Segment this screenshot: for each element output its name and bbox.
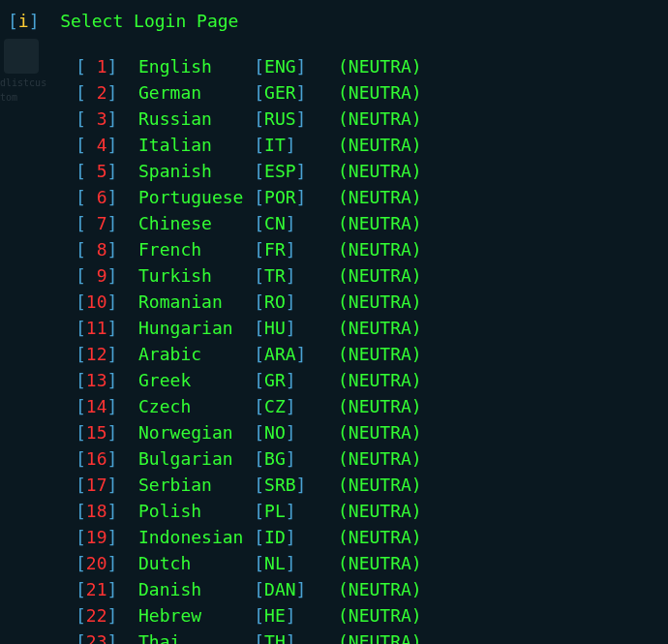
bracket-open-icon: [ <box>254 82 264 103</box>
bracket-open-icon: [ <box>254 265 264 286</box>
menu-item-code: [CN] <box>254 213 295 233</box>
menu-item-index: 4 <box>86 132 107 158</box>
menu-item[interactable]: [4] Italian [IT] (NEUTRA) <box>76 132 668 158</box>
menu-item[interactable]: [18] Polish [PL] (NEUTRA) <box>76 498 668 524</box>
menu-item[interactable]: [2] German [GER] (NEUTRA) <box>76 79 668 106</box>
menu-item-code: [NO] <box>254 422 295 443</box>
menu-item[interactable]: [21] Danish [DAN] (NEUTRA) <box>76 576 668 602</box>
bracket-open-icon: [ <box>76 579 86 599</box>
bracket-close-icon: ] <box>286 239 296 260</box>
menu-item-code: [HE] <box>254 605 295 626</box>
menu-item[interactable]: [6] Portuguese [POR] (NEUTRA) <box>76 184 668 210</box>
menu-item-index: 9 <box>86 262 107 289</box>
menu-item-index: 15 <box>86 419 107 445</box>
menu-item-index: 10 <box>86 289 107 315</box>
bracket-close-icon: ] <box>107 475 118 495</box>
bracket-close-icon: ] <box>107 553 118 573</box>
bracket-close-icon: ] <box>107 108 118 129</box>
menu-item[interactable]: [22] Hebrew [HE] (NEUTRA) <box>76 602 668 629</box>
bracket-open-icon: [ <box>254 553 264 573</box>
bracket-open-icon: [ <box>76 161 86 181</box>
menu-item[interactable]: [23] Thai [TH] (NEUTRA) <box>76 629 668 644</box>
bracket-open-icon: [ <box>8 11 18 31</box>
menu-item[interactable]: [7] Chinese [CN] (NEUTRA) <box>76 210 668 236</box>
menu-item[interactable]: [19] Indonesian [ID] (NEUTRA) <box>76 524 668 550</box>
bracket-open-icon: [ <box>254 448 264 469</box>
menu-item[interactable]: [3] Russian [RUS] (NEUTRA) <box>76 106 668 132</box>
menu-item-name: Hungarian <box>128 315 254 341</box>
menu-item-index: 19 <box>86 524 107 550</box>
menu-item[interactable]: [14] Czech [CZ] (NEUTRA) <box>76 393 668 419</box>
menu-item-desc: (NEUTRA) <box>338 448 422 469</box>
menu-item-code: [ID] <box>254 527 295 547</box>
bracket-close-icon: ] <box>286 396 296 416</box>
menu-item-code: [POR] <box>254 187 306 207</box>
bracket-open-icon: [ <box>76 135 86 155</box>
menu-item[interactable]: [16] Bulgarian [BG] (NEUTRA) <box>76 445 668 472</box>
bracket-open-icon: [ <box>254 422 264 443</box>
bracket-open-icon: [ <box>76 265 86 286</box>
bracket-close-icon: ] <box>286 422 296 443</box>
bracket-close-icon: ] <box>296 344 307 364</box>
menu-item-name: Czech <box>128 393 254 419</box>
menu-item[interactable]: [13] Greek [GR] (NEUTRA) <box>76 367 668 393</box>
bracket-open-icon: [ <box>76 318 86 338</box>
menu-item-name: Greek <box>128 367 254 393</box>
menu-item[interactable]: [1] English [ENG] (NEUTRA) <box>76 53 668 79</box>
bracket-close-icon: ] <box>107 82 118 103</box>
menu-item-name: English <box>128 53 254 79</box>
bracket-close-icon: ] <box>107 56 118 77</box>
info-icon: i <box>18 11 29 31</box>
bracket-open-icon: [ <box>76 605 86 626</box>
menu-item[interactable]: [9] Turkish [TR] (NEUTRA) <box>76 262 668 289</box>
menu-item[interactable]: [15] Norwegian [NO] (NEUTRA) <box>76 419 668 445</box>
bracket-close-icon: ] <box>286 631 296 644</box>
menu-item-name: Russian <box>128 106 254 132</box>
bracket-open-icon: [ <box>254 108 264 129</box>
menu-item-name: Serbian <box>128 472 254 498</box>
bracket-open-icon: [ <box>254 135 264 155</box>
menu-item-code: [TH] <box>254 631 295 644</box>
bracket-close-icon: ] <box>107 605 118 626</box>
menu-item-desc: (NEUTRA) <box>338 265 422 286</box>
menu-item-index: 2 <box>86 79 107 106</box>
menu-item[interactable]: [12] Arabic [ARA] (NEUTRA) <box>76 341 668 367</box>
menu-item-index: 3 <box>86 106 107 132</box>
bracket-open-icon: [ <box>254 213 264 233</box>
menu-item-desc: (NEUTRA) <box>338 56 422 77</box>
menu-item-index: 16 <box>86 445 107 472</box>
menu-item-name: German <box>128 79 254 106</box>
menu-item-index: 13 <box>86 367 107 393</box>
menu-item-name: Indonesian <box>128 524 254 550</box>
menu-item[interactable]: [17] Serbian [SRB] (NEUTRA) <box>76 472 668 498</box>
menu-item-name: Norwegian <box>128 419 254 445</box>
menu-item-desc: (NEUTRA) <box>338 579 422 599</box>
bracket-open-icon: [ <box>76 448 86 469</box>
menu-item-index: 5 <box>86 158 107 184</box>
menu-item[interactable]: [5] Spanish [ESP] (NEUTRA) <box>76 158 668 184</box>
menu-item-name: French <box>128 236 254 262</box>
bracket-open-icon: [ <box>254 631 264 644</box>
menu-item-name: Danish <box>128 576 254 602</box>
menu-item-code: [NL] <box>254 553 295 573</box>
menu-item-desc: (NEUTRA) <box>338 605 422 626</box>
menu-item-desc: (NEUTRA) <box>338 108 422 129</box>
bracket-open-icon: [ <box>76 344 86 364</box>
bracket-close-icon: ] <box>107 501 118 521</box>
menu-item[interactable]: [10] Romanian [RO] (NEUTRA) <box>76 289 668 315</box>
bracket-open-icon: [ <box>76 370 86 390</box>
menu-item-desc: (NEUTRA) <box>338 82 422 103</box>
bracket-close-icon: ] <box>107 135 118 155</box>
menu-item[interactable]: [20] Dutch [NL] (NEUTRA) <box>76 550 668 576</box>
menu-item[interactable]: [8] French [FR] (NEUTRA) <box>76 236 668 262</box>
bracket-open-icon: [ <box>254 344 264 364</box>
menu-item-desc: (NEUTRA) <box>338 475 422 495</box>
bracket-close-icon: ] <box>296 579 307 599</box>
menu-item[interactable]: [11] Hungarian [HU] (NEUTRA) <box>76 315 668 341</box>
bracket-open-icon: [ <box>254 475 264 495</box>
bracket-close-icon: ] <box>296 56 307 77</box>
menu-item-desc: (NEUTRA) <box>338 239 422 260</box>
menu-item-index: 12 <box>86 341 107 367</box>
bracket-open-icon: [ <box>254 239 264 260</box>
bracket-close-icon: ] <box>286 605 296 626</box>
